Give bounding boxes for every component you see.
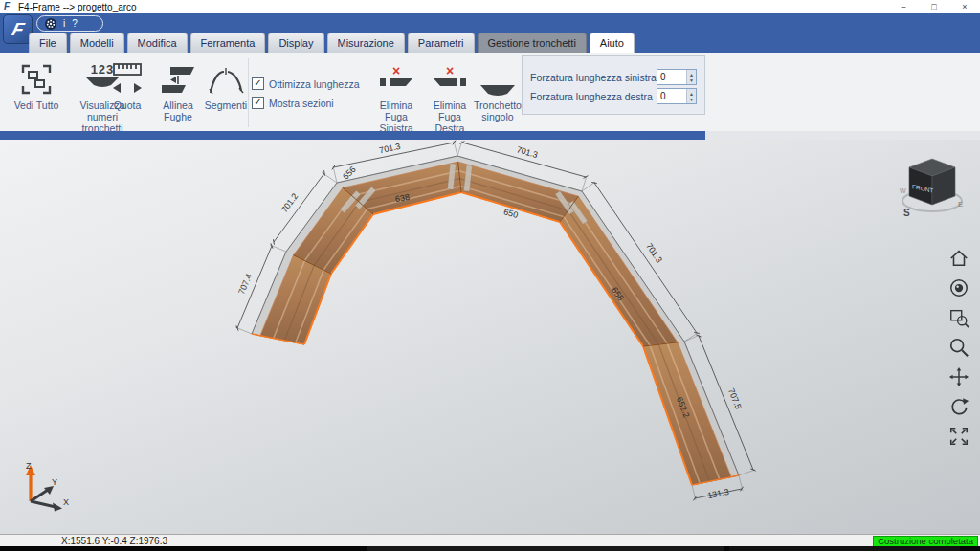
elimina-fuga-destra-button[interactable]: × Elimina Fuga Destra (423, 56, 477, 134)
fullscreen-expand-icon[interactable] (947, 425, 970, 448)
elimina-fuga-sinistra-button[interactable]: × Elimina Fuga Sinistra (369, 56, 423, 134)
ruler-icon (109, 56, 145, 97)
axis-y-label: Y (52, 477, 57, 487)
tab-display[interactable]: Display (268, 33, 323, 53)
forzatura-destra-input[interactable] (657, 89, 686, 103)
info-button[interactable]: i (63, 19, 65, 29)
arch-model[interactable]: 707.4 701.2 701.3 701.3 701.3 707.5 656 … (0, 140, 980, 534)
forzatura-sinistra-row: Forzatura lunghezza sinistra ▲ ▼ (530, 69, 697, 85)
checkbox-check-icon: ✓ (252, 77, 264, 90)
app-icon: F (4, 2, 13, 11)
tab-misurazione[interactable]: Misurazione (327, 33, 405, 53)
delete-right-joint-icon: × (432, 56, 468, 97)
ribbon-separator (248, 58, 249, 127)
taskbar-segment (367, 546, 724, 551)
forzatura-destra-spinner: ▲ ▼ (657, 88, 697, 104)
svg-text:131.3: 131.3 (706, 487, 729, 500)
vedi-tutto-button[interactable]: Vedi Tutto (6, 56, 67, 111)
ottimizza-lunghezza-checkbox[interactable]: ✓ Ottimizza lunghezza (252, 77, 360, 90)
checkbox-check-icon: ✓ (252, 97, 264, 109)
quick-access-toolbar: i ? (36, 15, 103, 32)
viewcube-south-label: S (903, 208, 910, 218)
arc-segments-icon (208, 56, 244, 97)
forzatura-panel: Forzatura lunghezza sinistra ▲ ▼ Forzatu… (522, 55, 705, 115)
settings-gear-icon[interactable] (45, 18, 56, 30)
tab-ferramenta[interactable]: Ferramenta (190, 33, 266, 53)
single-log-icon (479, 56, 517, 97)
tab-modelli[interactable]: Modelli (70, 33, 124, 53)
taskbar-sliver (0, 546, 980, 551)
viewcube-west-label: W (900, 187, 906, 194)
spin-down-icon[interactable]: ▼ (689, 97, 694, 102)
mostra-sezioni-checkbox[interactable]: ✓ Mostra sezioni (252, 97, 360, 109)
eye-view-icon[interactable] (947, 276, 970, 299)
close-button[interactable]: × (949, 0, 980, 13)
quota-button[interactable]: Quota (101, 56, 153, 111)
tab-file[interactable]: File (29, 33, 67, 53)
ribbon-header: F i ? File Modelli Modifica Ferramenta D… (0, 13, 980, 53)
see-all-icon (19, 56, 54, 97)
rotate-view-icon[interactable] (947, 395, 970, 418)
help-button[interactable]: ? (72, 19, 78, 29)
delete-left-joint-icon: × (378, 56, 414, 97)
ribbon-checkboxes: ✓ Ottimizza lunghezza ✓ Mostra sezioni (252, 77, 360, 109)
tab-parametri[interactable]: Parametri (408, 33, 475, 53)
segmenti-button[interactable]: Segmenti (203, 56, 249, 111)
tab-modifica[interactable]: Modifica (127, 33, 188, 53)
viewcube-east-label: E (958, 200, 963, 209)
ribbon-strip-right (705, 131, 980, 140)
viewport-toolbar (947, 247, 970, 448)
svg-text:701.3: 701.3 (378, 142, 401, 156)
svg-text:707.5: 707.5 (726, 387, 744, 411)
svg-text:707.4: 707.4 (236, 273, 254, 297)
axis-x-label: X (63, 497, 69, 507)
forzatura-sinistra-spinner: ▲ ▼ (657, 69, 697, 85)
zoom-window-icon[interactable] (947, 306, 970, 329)
maximize-button[interactable]: □ (919, 0, 949, 13)
taskbar-segment (729, 546, 960, 551)
ribbon-tabs: File Modelli Modifica Ferramenta Display… (29, 33, 635, 53)
tronchetto-singolo-button[interactable]: Tronchetto singolo (475, 56, 521, 122)
axis-triad: Z Y X (13, 459, 75, 520)
align-joints-icon (160, 56, 196, 97)
zoom-icon[interactable] (947, 336, 970, 359)
forzatura-sinistra-input[interactable] (657, 70, 686, 84)
svg-text:701.3: 701.3 (516, 144, 539, 160)
ribbon-body: Vedi Tutto 123 Visualizza numeri tronche… (0, 53, 980, 140)
allinea-fughe-button[interactable]: Allinea Fughe (151, 56, 205, 122)
titlebar: F F4-Frame --> progetto_arco – □ × (0, 0, 980, 13)
ribbon-accent-strip (0, 131, 705, 140)
home-view-icon[interactable] (947, 247, 970, 270)
minimize-button[interactable]: – (888, 0, 919, 13)
svg-text:701.3: 701.3 (644, 241, 664, 264)
cursor-coordinates: X:1551.6 Y:-0.4 Z:1976.3 (61, 536, 167, 546)
viewport-3d[interactable]: 707.4 701.2 701.3 701.3 701.3 707.5 656 … (0, 140, 980, 534)
forzatura-destra-row: Forzatura lunghezza destra ▲ ▼ (530, 88, 697, 104)
tab-aiuto[interactable]: Aiuto (590, 33, 635, 53)
status-bar: X:1551.6 Y:-0.4 Z:1976.3 Costruzione com… (0, 534, 980, 546)
axis-z-label: Z (26, 461, 32, 471)
view-cube[interactable]: FRONT S E W (898, 151, 967, 224)
window-title: F4-Frame --> progetto_arco (18, 2, 137, 12)
tab-gestione-tronchetti[interactable]: Gestione tronchetti (478, 33, 587, 53)
pan-icon[interactable] (947, 365, 970, 388)
spin-down-icon[interactable]: ▼ (689, 77, 694, 83)
app-window: F F4-Frame --> progetto_arco – □ × F i ?… (0, 0, 980, 551)
